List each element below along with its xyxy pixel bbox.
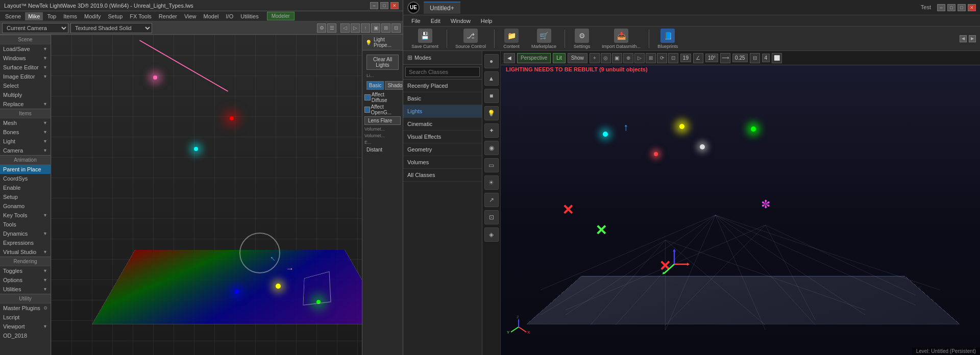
ue-menu-edit[interactable]: Edit: [427, 17, 445, 25]
vp-arrow-left[interactable]: ◀: [504, 53, 515, 63]
lw-modeler-button[interactable]: Modeler: [267, 12, 295, 20]
tab-shadow[interactable]: Shado...: [385, 81, 403, 90]
sidebar-item-select[interactable]: Select: [0, 81, 51, 90]
sidebar-item-od-2018[interactable]: OD_2018: [0, 331, 51, 340]
lw-menu-scene[interactable]: Scene: [2, 12, 24, 20]
lw-menu-utilities[interactable]: Utilities: [237, 12, 261, 20]
place-category-all-classes[interactable]: All Classes: [403, 169, 482, 182]
place-icon-rect[interactable]: ▭: [484, 158, 499, 172]
sidebar-item-expressions[interactable]: Expressions: [0, 238, 51, 247]
content-button[interactable]: 📁 Content: [499, 27, 524, 51]
place-icon-misc[interactable]: ◈: [484, 227, 499, 242]
import-datasmith-button[interactable]: 📥 Import Datasmith...: [598, 27, 645, 51]
vp-icon-6[interactable]: ⊞: [646, 53, 656, 63]
vp-icon-8[interactable]: ⊡: [668, 53, 678, 63]
settings-button[interactable]: ⚙ Settings: [569, 27, 595, 51]
sidebar-item-master-plugins[interactable]: Master Plugins ⚙: [0, 303, 51, 313]
place-category-lights[interactable]: Lights: [403, 105, 482, 118]
place-icon-sphere[interactable]: ●: [484, 54, 499, 68]
sidebar-item-windows[interactable]: Windows ▼: [0, 54, 51, 63]
sidebar-item-mesh[interactable]: Mesh ▼: [0, 118, 51, 128]
affect-opengl-checkbox[interactable]: [364, 107, 370, 113]
lw-camera-dropdown[interactable]: Current Camera: [2, 23, 68, 33]
ue-close-button[interactable]: ✕: [968, 4, 976, 11]
lw-menu-model[interactable]: Model: [201, 12, 222, 20]
ue-menu-window[interactable]: Window: [447, 17, 475, 25]
clear-all-lights-button[interactable]: Clear All Lights: [366, 55, 399, 70]
vp-speed-icon[interactable]: ⟶: [720, 53, 730, 63]
lw-menu-top[interactable]: Top: [44, 12, 59, 20]
sidebar-item-tools[interactable]: Tools: [0, 220, 51, 229]
ue-move-gizmo[interactable]: [659, 249, 690, 281]
marketplace-button[interactable]: 🛒 Marketplace: [527, 27, 560, 51]
tab-basic[interactable]: Basic: [366, 81, 384, 90]
sidebar-item-surface-editor[interactable]: Surface Editor ▼: [0, 63, 51, 72]
place-icon-light2[interactable]: ✦: [484, 123, 499, 138]
sidebar-item-dynamics[interactable]: Dynamics ▼: [0, 229, 51, 238]
sidebar-item-options[interactable]: Options ▼: [0, 275, 51, 285]
sidebar-item-bones[interactable]: Bones ▼: [0, 128, 51, 137]
vp-perspective-button[interactable]: Perspective: [517, 53, 551, 63]
lw-menu-view[interactable]: View: [181, 12, 200, 20]
sidebar-item-enable[interactable]: Enable: [0, 183, 51, 192]
sidebar-item-utilities[interactable]: Utilities ▼: [0, 285, 51, 294]
place-icon-light1[interactable]: 💡: [484, 106, 499, 120]
ue-restore-button[interactable]: □: [947, 4, 955, 11]
lw-nav-icon-1[interactable]: ◁: [340, 23, 350, 33]
lw-nav-icon-2[interactable]: ▷: [351, 23, 360, 33]
affect-diffuse-checkbox[interactable]: [364, 94, 371, 100]
ue-maximize-button[interactable]: □: [958, 4, 966, 11]
source-control-button[interactable]: ⎇ Source Control: [451, 27, 490, 51]
lw-menu-mike[interactable]: Mike: [25, 12, 43, 20]
vp-icon-7[interactable]: ⟳: [657, 53, 667, 63]
vp-angle-icon[interactable]: ∠: [693, 53, 703, 63]
ue-tab[interactable]: Untitled+: [424, 2, 460, 14]
ue-cross-red-1[interactable]: ✕: [562, 203, 574, 217]
lw-menu-modify[interactable]: Modify: [81, 12, 104, 20]
vp-icon-1[interactable]: +: [590, 53, 600, 63]
place-category-volumes[interactable]: Volumes: [403, 156, 482, 169]
lw-settings-icon[interactable]: ⚙: [317, 23, 326, 33]
vp-maximize-icon[interactable]: ⬜: [772, 53, 782, 63]
place-category-cinematic[interactable]: Cinematic: [403, 118, 482, 131]
save-current-button[interactable]: 💾 Save Current: [407, 27, 443, 51]
lw-close-button[interactable]: ✕: [390, 2, 399, 9]
vp-icon-3[interactable]: ▣: [612, 53, 622, 63]
blueprints-button[interactable]: 📘 Blueprints: [653, 27, 682, 51]
ue-cross-green[interactable]: ✕: [595, 223, 607, 238]
place-icon-box[interactable]: ■: [484, 89, 499, 103]
lw-menu-fx-tools[interactable]: FX Tools: [127, 12, 155, 20]
sidebar-item-parent-in-place[interactable]: Parent in Place: [0, 165, 51, 174]
place-icon-plane[interactable]: ⊡: [484, 210, 499, 224]
lw-nav-icon-6[interactable]: ⊟: [391, 23, 401, 33]
sidebar-item-image-editor[interactable]: Image Editor ▼: [0, 72, 51, 81]
lw-menu-items[interactable]: Items: [60, 12, 80, 20]
sidebar-item-light[interactable]: Light ▼: [0, 137, 51, 146]
place-icon-cone[interactable]: ▲: [484, 71, 499, 86]
place-category-recently-placed[interactable]: Recently Placed: [403, 80, 482, 92]
sidebar-item-viewport[interactable]: Viewport ▼: [0, 322, 51, 331]
sidebar-item-key-tools[interactable]: Key Tools ▼: [0, 211, 51, 220]
place-icon-sky[interactable]: ☀: [484, 175, 499, 190]
vp-show-button[interactable]: Show: [568, 53, 587, 63]
place-category-geometry[interactable]: Geometry: [403, 143, 482, 156]
ue-minimize-button[interactable]: –: [937, 4, 945, 11]
lw-shading-dropdown[interactable]: Textured Shaded Solid: [70, 23, 152, 33]
place-icon-dir[interactable]: ↗: [484, 193, 499, 207]
vp-view4-icon[interactable]: ⊟: [750, 53, 760, 63]
sidebar-item-lscript[interactable]: Lscript: [0, 313, 51, 322]
sidebar-item-load-save[interactable]: Load/Save ▼: [0, 44, 51, 54]
vp-lit-button[interactable]: Lit: [553, 53, 566, 63]
search-classes-input[interactable]: [405, 67, 480, 77]
place-icon-sphere2[interactable]: ◉: [484, 141, 499, 155]
lw-menu-io[interactable]: I/O: [223, 12, 237, 20]
lw-viewport[interactable]: ↑ →: [51, 35, 362, 355]
expand-icon-2[interactable]: ▶: [969, 35, 976, 42]
lw-view-icon[interactable]: ☰: [327, 23, 336, 33]
sidebar-item-camera[interactable]: Camera ▼: [0, 146, 51, 155]
sidebar-item-setup[interactable]: Setup: [0, 192, 51, 201]
place-category-basic[interactable]: Basic: [403, 92, 482, 105]
ue-menu-file[interactable]: File: [407, 17, 425, 25]
lw-maximize-button[interactable]: □: [380, 2, 388, 9]
lw-nav-icon-4[interactable]: ▣: [371, 23, 380, 33]
